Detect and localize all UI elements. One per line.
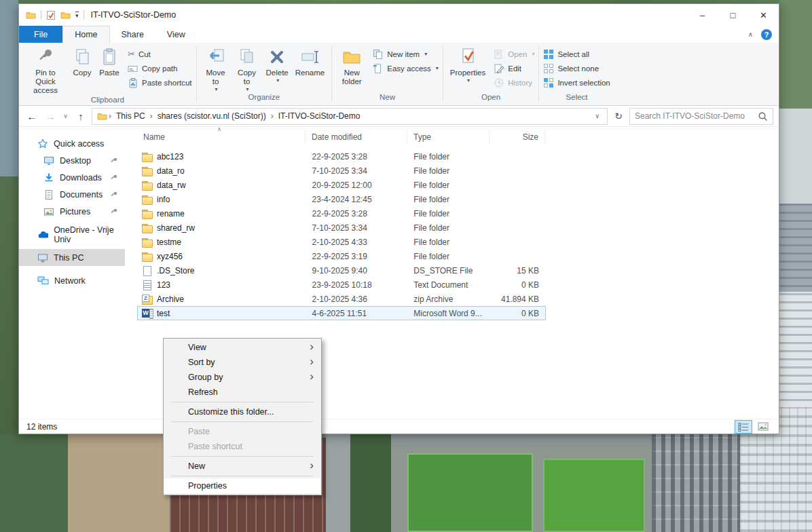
sidebar-item-onedrive[interactable]: OneDrive - Vrije Univ bbox=[19, 226, 125, 243]
paste-shortcut-button[interactable]: Paste shortcut bbox=[128, 77, 192, 88]
open-button[interactable]: Open ▾ bbox=[494, 48, 534, 60]
column-header-name[interactable]: Name ∧ bbox=[137, 130, 306, 145]
file-row[interactable]: rename 22-9-2025 3:28 File folder bbox=[137, 206, 546, 221]
file-row[interactable]: 123 23-9-2025 10:18 Text Document 0 KB bbox=[137, 278, 546, 292]
up-button[interactable]: ↑ bbox=[73, 111, 88, 122]
address-dropdown[interactable]: ∨ bbox=[590, 113, 604, 119]
sidebar-item-this-pc[interactable]: This PC bbox=[19, 249, 125, 266]
sidebar-item-quick-access[interactable]: Quick access bbox=[19, 135, 125, 152]
sidebar-item-documents[interactable]: Documents bbox=[19, 186, 125, 203]
maximize-button[interactable]: □ bbox=[718, 4, 748, 26]
context-menu-sort-by[interactable]: Sort by › bbox=[164, 355, 320, 370]
context-menu-customize[interactable]: Customize this folder... bbox=[164, 404, 320, 419]
sidebar-item-pictures[interactable]: Pictures bbox=[19, 203, 125, 220]
sidebar-item-network[interactable]: Network bbox=[19, 272, 125, 289]
easy-access-button[interactable]: Easy access ▾ bbox=[373, 62, 439, 74]
tab-home[interactable]: Home bbox=[62, 26, 109, 43]
sidebar-item-downloads[interactable]: Downloads bbox=[19, 169, 125, 186]
cut-button[interactable]: ✂ Cut bbox=[128, 48, 192, 60]
tab-share[interactable]: Share bbox=[110, 26, 155, 43]
address-box[interactable]: › This PC › shares (scistor.vu.nl (SciSt… bbox=[92, 108, 608, 125]
select-all-button[interactable]: Select all bbox=[543, 48, 610, 60]
copy-path-icon bbox=[128, 63, 139, 74]
tab-view[interactable]: View bbox=[155, 26, 197, 43]
file-row[interactable]: testme 2-10-2025 4:33 File folder bbox=[137, 235, 546, 249]
file-row[interactable]: abc123 22-9-2025 3:28 File folder bbox=[137, 149, 546, 164]
properties-label: Properties bbox=[450, 69, 485, 77]
new-item-button[interactable]: New item ▾ bbox=[373, 48, 439, 60]
breadcrumb-current-folder[interactable]: IT-ITVO-SciStor-Demo bbox=[274, 111, 365, 121]
breadcrumb-shares[interactable]: shares (scistor.vu.nl (SciStor)) bbox=[153, 111, 271, 121]
copy-label: Copy bbox=[73, 69, 92, 77]
move-to-button[interactable]: Move to▾ bbox=[201, 45, 231, 93]
rename-button[interactable]: Rename bbox=[293, 45, 327, 77]
search-icon[interactable] bbox=[758, 111, 768, 121]
copy-to-button[interactable]: Copy to▾ bbox=[232, 45, 262, 93]
column-header-type[interactable]: Type bbox=[407, 130, 490, 145]
ribbon-group-organize: Move to▾ Copy to▾ Delete ▾ Rename bbox=[197, 44, 332, 105]
column-header-modified[interactable]: Date modified bbox=[306, 130, 407, 145]
copy-icon bbox=[72, 47, 92, 67]
forward-button[interactable]: → bbox=[43, 111, 58, 122]
context-menu-group-by[interactable]: Group by › bbox=[164, 370, 320, 385]
context-paste-label: Paste bbox=[188, 427, 210, 436]
copy-to-label: Copy to bbox=[235, 69, 259, 86]
collapse-ribbon-button[interactable]: ∧ bbox=[748, 31, 753, 38]
column-header-size[interactable]: Size bbox=[490, 130, 545, 145]
file-row[interactable]: shared_rw 7-10-2025 3:34 File folder bbox=[137, 221, 546, 235]
pin-to-quick-access-button[interactable]: Pin to Quick access bbox=[23, 45, 68, 96]
close-button[interactable]: ✕ bbox=[748, 4, 779, 26]
recent-locations-dropdown[interactable]: ∨ bbox=[61, 113, 70, 119]
properties-check-icon[interactable] bbox=[46, 10, 56, 20]
onedrive-label: OneDrive - Vrije Univ bbox=[54, 225, 125, 244]
context-menu-new[interactable]: New › bbox=[164, 459, 320, 474]
file-row[interactable]: .DS_Store 9-10-2025 9:40 DS_STORE File 1… bbox=[137, 263, 546, 278]
context-menu-paste[interactable]: Paste bbox=[164, 424, 320, 439]
desktop: ▾ IT-ITVO-SciStor-Demo – □ ✕ File Home S… bbox=[0, 0, 812, 532]
file-name: abc123 bbox=[157, 152, 183, 162]
new-folder-button[interactable]: New folder bbox=[336, 45, 367, 86]
invert-selection-icon bbox=[543, 77, 554, 88]
context-menu-view[interactable]: View › bbox=[164, 340, 320, 355]
submenu-arrow-icon: › bbox=[310, 341, 314, 352]
search-input[interactable] bbox=[635, 111, 755, 121]
group-label-open: Open bbox=[443, 93, 539, 105]
file-row[interactable]: data_ro 7-10-2025 3:34 File folder bbox=[137, 164, 546, 178]
delete-button[interactable]: Delete ▾ bbox=[263, 45, 291, 83]
help-button[interactable]: ? bbox=[761, 29, 772, 40]
context-menu-properties[interactable]: Properties bbox=[164, 478, 320, 493]
select-none-button[interactable]: Select none bbox=[543, 62, 610, 74]
sidebar-item-desktop[interactable]: Desktop bbox=[19, 152, 125, 169]
thumbnails-view-button[interactable] bbox=[755, 421, 771, 433]
history-button[interactable]: History bbox=[494, 77, 534, 88]
paste-label: Paste bbox=[99, 69, 119, 77]
refresh-button[interactable]: ↻ bbox=[611, 111, 626, 121]
back-button[interactable]: ← bbox=[24, 111, 39, 122]
copy-button[interactable]: Copy bbox=[69, 45, 95, 77]
context-menu-paste-shortcut[interactable]: Paste shortcut bbox=[164, 439, 320, 454]
paste-button[interactable]: Paste bbox=[96, 45, 122, 77]
file-rows: abc123 22-9-2025 3:28 File folder data_r… bbox=[137, 149, 779, 320]
file-row[interactable]: Archive 2-10-2025 4:36 zip Archive 41.89… bbox=[137, 292, 546, 306]
file-row[interactable]: xyz456 22-9-2025 3:19 File folder bbox=[137, 249, 546, 263]
tab-file[interactable]: File bbox=[19, 26, 62, 43]
file-row[interactable]: info 23-4-2024 12:45 File folder bbox=[137, 192, 546, 206]
breadcrumb-this-pc[interactable]: This PC bbox=[111, 111, 150, 121]
file-modified: 7-10-2025 3:34 bbox=[306, 166, 408, 176]
invert-selection-button[interactable]: Invert selection bbox=[543, 77, 610, 88]
rename-label: Rename bbox=[295, 69, 325, 77]
file-name: .DS_Store bbox=[157, 266, 194, 276]
properties-button[interactable]: Properties ▾ bbox=[447, 45, 488, 83]
edit-button[interactable]: Edit bbox=[494, 62, 534, 74]
details-view-button[interactable] bbox=[735, 421, 752, 433]
customize-toolbar-dropdown[interactable]: ▾ bbox=[75, 12, 79, 19]
minimize-button[interactable]: – bbox=[687, 4, 718, 26]
edit-icon bbox=[494, 63, 504, 74]
copy-path-button[interactable]: Copy path bbox=[128, 62, 192, 74]
folder-icon bbox=[141, 151, 153, 162]
select-none-label: Select none bbox=[557, 64, 599, 73]
file-row[interactable]: data_rw 20-9-2025 12:00 File folder bbox=[137, 178, 546, 192]
file-row-selected[interactable]: test 4-6-2025 11:51 Microsoft Word 9... … bbox=[137, 306, 546, 320]
context-menu-refresh[interactable]: Refresh bbox=[164, 385, 320, 400]
new-folder-qat-icon[interactable] bbox=[60, 10, 71, 20]
